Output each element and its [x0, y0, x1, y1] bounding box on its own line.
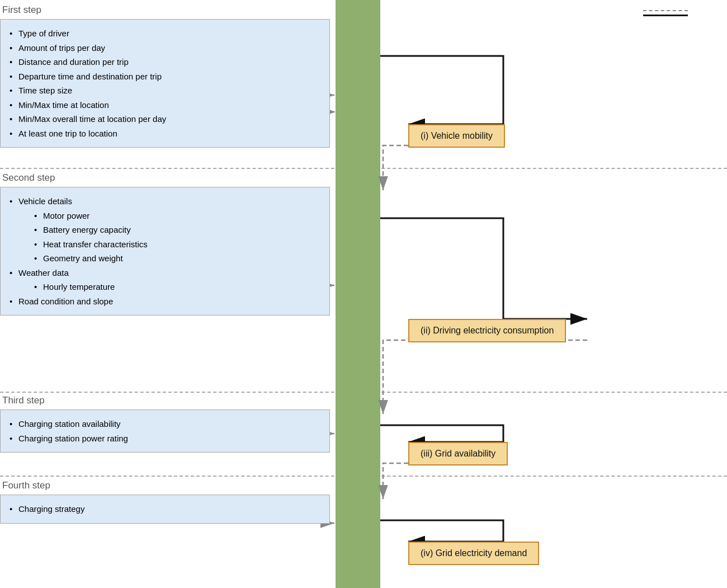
list-item: Motor power	[34, 209, 320, 223]
list-item: Time step size	[10, 83, 320, 98]
step-label-first: First step	[0, 4, 330, 16]
output-box-driving-electricity: (ii) Driving electricity consumption	[408, 319, 566, 342]
list-item: Type of driver	[10, 26, 320, 41]
list-item: Distance and duration per trip	[10, 55, 320, 69]
list-item: Amount of trips per day	[10, 41, 320, 55]
list-item: Charging station power rating	[10, 431, 320, 446]
list-item: Departure time and destination per trip	[10, 69, 320, 84]
step-label-second: Second step	[0, 172, 330, 184]
output-box-vehicle-mobility: (i) Vehicle mobility	[408, 124, 505, 148]
step-label-fourth: Fourth step	[0, 480, 330, 491]
list-item: Geometry and weight	[34, 251, 320, 266]
list-item: Vehicle detailsMotor powerBattery energy…	[10, 194, 320, 266]
step-section-third: Third stepCharging station availabilityC…	[0, 395, 330, 453]
list-item: Weather dataHourly temperature	[10, 266, 320, 294]
output-box-grid-electricity: (iv) Grid electricity demand	[408, 542, 539, 565]
step-section-first: First stepType of driverAmount of trips …	[0, 4, 330, 148]
solid-line-icon	[643, 15, 688, 16]
list-item: Road condition and slope	[10, 294, 320, 309]
output-box-grid-availability: (iii) Grid availability	[408, 442, 508, 465]
list-item: Min/Max overall time at location per day	[10, 112, 320, 126]
step-box-third: Charging station availabilityCharging st…	[0, 410, 330, 453]
legend-output	[643, 15, 693, 16]
step-section-fourth: Fourth stepCharging strategy	[0, 480, 330, 524]
step-box-fourth: Charging strategy	[0, 495, 330, 524]
list-item: Charging station availability	[10, 417, 320, 431]
center-bar	[336, 0, 380, 588]
main-diagram: First stepType of driverAmount of trips …	[0, 0, 727, 588]
list-item: At least one trip to location	[10, 126, 320, 141]
list-item: Hourly temperature	[34, 280, 320, 294]
list-item: Battery energy capacity	[34, 223, 320, 237]
step-box-second: Vehicle detailsMotor powerBattery energy…	[0, 187, 330, 316]
list-item: Charging strategy	[10, 502, 320, 516]
dotted-line-icon	[643, 10, 688, 11]
step-label-third: Third step	[0, 395, 330, 406]
step-section-second: Second stepVehicle detailsMotor powerBat…	[0, 172, 330, 316]
step-box-first: Type of driverAmount of trips per dayDis…	[0, 19, 330, 148]
list-item: Heat transfer characteristics	[34, 237, 320, 252]
legend	[643, 10, 693, 16]
legend-input	[643, 10, 693, 11]
list-item: Min/Max time at location	[10, 98, 320, 112]
